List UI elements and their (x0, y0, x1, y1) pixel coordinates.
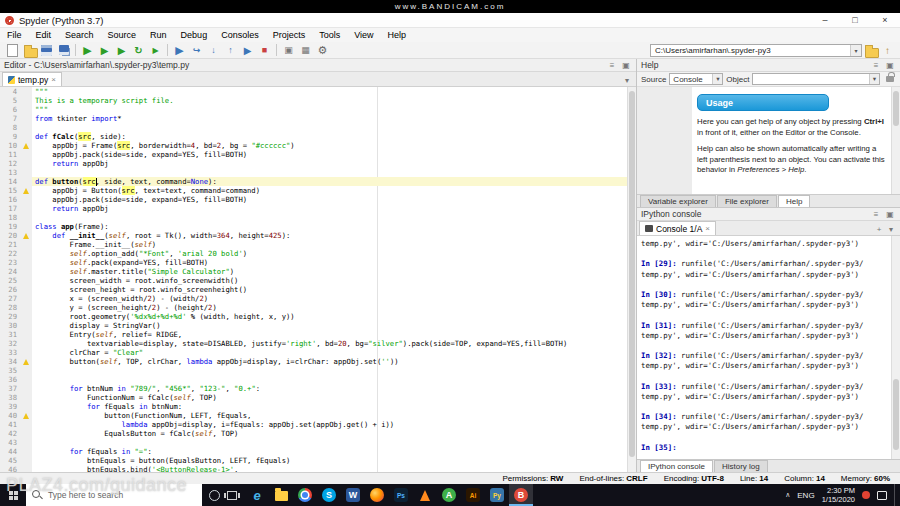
run-cell-icon[interactable]: ▶ (97, 43, 113, 58)
save-all-icon[interactable] (56, 43, 72, 58)
language-indicator[interactable]: ENG (797, 491, 814, 500)
undock-icon[interactable]: ▣ (884, 209, 896, 220)
lock-icon[interactable] (886, 76, 894, 82)
tab-help[interactable]: Help (778, 195, 810, 207)
options-menu-icon[interactable]: ≡ (870, 209, 882, 220)
taskbar-app-bandicam[interactable]: B (509, 484, 533, 506)
cortana-icon[interactable] (209, 490, 220, 501)
console-bottom-tabs: IPython consoleHistory log (637, 459, 900, 472)
source-combobox[interactable]: Console ▼ (669, 73, 723, 85)
menu-help[interactable]: Help (381, 28, 414, 42)
run-cell-advance-icon[interactable]: ▶ (114, 43, 130, 58)
object-combobox[interactable]: ▼ (752, 73, 880, 85)
taskbar-app-skype[interactable]: S (317, 484, 341, 506)
clock[interactable]: 2:30 PM 1/15/2020 (822, 486, 855, 505)
taskbar-app-firefox[interactable] (365, 484, 389, 506)
taskbar-app-illustrator[interactable]: Ai (461, 484, 485, 506)
browse-tabs-icon[interactable]: ▾ (621, 75, 633, 86)
status-line: Line:14 (740, 474, 768, 483)
taskbar-app-photoshop[interactable]: Ps (389, 484, 413, 506)
console-line: In [33]: runfile('C:/Users/amirfarhan/.s… (641, 382, 888, 392)
scrollbar-thumb[interactable] (629, 91, 635, 457)
menu-file[interactable]: File (0, 28, 29, 42)
run-selection-icon[interactable]: ▶ (148, 43, 164, 58)
console-line: In [32]: runfile('C:/Users/amirfarhan/.s… (641, 351, 888, 361)
chevron-down-icon[interactable]: ▾ (850, 45, 861, 56)
close-tab-icon[interactable]: × (51, 75, 56, 84)
tab-ipython-console[interactable]: IPython console (640, 460, 713, 472)
minimize-button[interactable]: – (810, 13, 840, 27)
close-button[interactable]: × (870, 13, 900, 27)
taskbar-app-edge[interactable]: e (245, 484, 269, 506)
step-return-icon[interactable]: ↑ (223, 43, 239, 58)
step-into-icon[interactable]: ↓ (206, 43, 222, 58)
code-text: Entry(self, relief= RIDGE, (32, 330, 636, 339)
maximize-pane-icon[interactable]: ▣ (281, 43, 297, 58)
undock-icon[interactable]: ▣ (620, 60, 632, 71)
menu-run[interactable]: Run (143, 28, 174, 42)
bandicam-tray-icon[interactable] (862, 491, 870, 499)
parent-directory-icon[interactable]: ↑ (880, 43, 896, 58)
scrollbar-thumb[interactable] (893, 379, 899, 450)
tab-console-1a[interactable]: Console 1/A × (639, 221, 716, 235)
code-line: 46 btnEquals.bind('<ButtonRelease-1>', (0, 465, 636, 472)
code-text: screen_height = root.winfo_screenheight(… (32, 285, 636, 294)
taskbar-app-vlc[interactable] (413, 484, 437, 506)
options-menu-icon[interactable]: ≡ (870, 60, 882, 71)
taskbar-app-word[interactable]: W (341, 484, 365, 506)
chevron-down-icon[interactable]: ▼ (712, 74, 722, 84)
tray-chevron-icon[interactable]: ∧ (785, 491, 790, 499)
notification-center-icon[interactable] (877, 491, 887, 500)
console-prompt: In [34]: (641, 412, 681, 421)
chevron-down-icon[interactable]: ▼ (869, 74, 879, 84)
browse-directory-icon[interactable] (863, 43, 879, 58)
menu-edit[interactable]: Edit (29, 28, 59, 42)
save-icon[interactable] (39, 43, 55, 58)
task-view-icon[interactable] (227, 491, 237, 500)
options-menu-icon[interactable]: ≡ (606, 60, 618, 71)
tab-history-log[interactable]: History log (714, 460, 768, 472)
show-desktop-button[interactable] (894, 484, 898, 506)
code-line: 23 self.pack(expand=YES, fill=BOTH) (0, 258, 636, 267)
tab-file-explorer[interactable]: File explorer (717, 195, 777, 207)
maximize-button[interactable]: □ (840, 13, 870, 27)
stop-icon[interactable]: ■ (257, 43, 273, 58)
undock-icon[interactable]: ▣ (884, 60, 896, 71)
rerun-cell-icon[interactable]: ↻ (131, 43, 147, 58)
new-file-icon[interactable] (5, 43, 21, 58)
run-icon[interactable]: ▶ (80, 43, 96, 58)
scrollbar-thumb[interactable] (893, 91, 899, 125)
close-tab-icon[interactable]: × (705, 224, 710, 233)
menu-search[interactable]: Search (58, 28, 101, 42)
tab-variable-explorer[interactable]: Variable explorer (640, 195, 716, 207)
menu-consoles[interactable]: Consoles (214, 28, 266, 42)
code-editor[interactable]: 4"""5This is a temporary script file.6""… (0, 87, 636, 472)
taskbar-app-python[interactable]: Py (485, 484, 509, 506)
taskbar-app-anaconda[interactable]: A (437, 484, 461, 506)
taskbar-app-file-explorer[interactable] (269, 484, 293, 506)
working-directory-combobox[interactable]: C:\Users\amirfarhan\.spyder-py3 ▾ (650, 44, 862, 57)
preferences-icon[interactable]: ⚙ (315, 43, 331, 58)
debug-icon[interactable]: ▶ (172, 43, 188, 58)
menu-tools[interactable]: Tools (312, 28, 347, 42)
new-console-icon[interactable]: + (873, 224, 885, 235)
editor-scrollbar[interactable] (627, 87, 636, 472)
layout-icon[interactable]: ▦ (298, 43, 314, 58)
status-permissions: Permissions:RW (502, 474, 563, 483)
tab-temp-py[interactable]: temp.py × (2, 72, 62, 86)
console-options-icon[interactable]: ▾ (885, 224, 897, 235)
editor-tabbar-icons: ▾ (621, 75, 636, 86)
code-text: appObj.pack(side=side, expand=YES, fill=… (32, 195, 636, 204)
menu-source[interactable]: Source (101, 28, 144, 42)
help-scrollbar[interactable] (891, 87, 900, 194)
menu-projects[interactable]: Projects (266, 28, 313, 42)
open-file-icon[interactable] (22, 43, 38, 58)
gutter-marker (20, 384, 32, 393)
console-output[interactable]: temp.py', wdir='C:/Users/amirfarhan/.spy… (637, 236, 900, 459)
continue-icon[interactable]: ▶ (240, 43, 256, 58)
menu-view[interactable]: View (347, 28, 380, 42)
console-scrollbar[interactable] (891, 236, 900, 459)
step-over-icon[interactable]: ↪ (189, 43, 205, 58)
taskbar-app-chrome[interactable] (293, 484, 317, 506)
menu-debug[interactable]: Debug (174, 28, 215, 42)
